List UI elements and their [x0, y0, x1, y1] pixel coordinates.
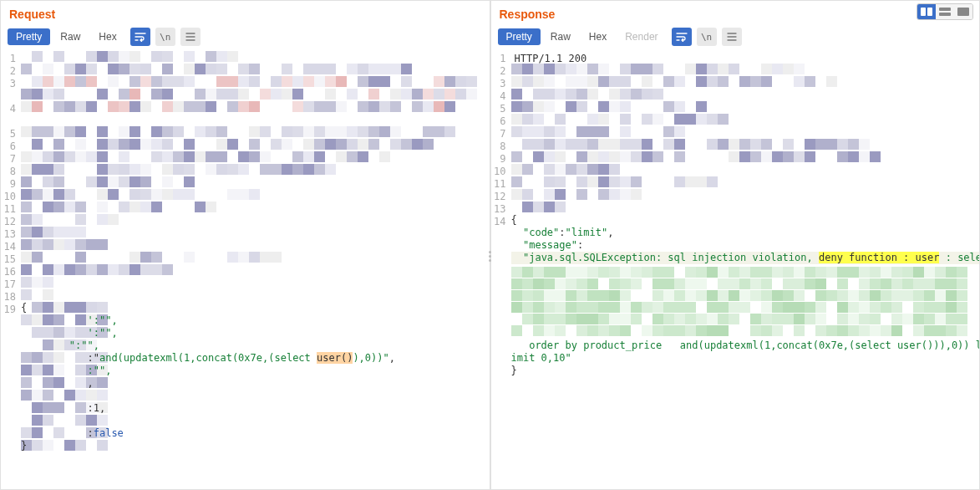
svg-rect-0: [921, 8, 926, 16]
request-gutter: 12345678910111213141516171819: [1, 51, 21, 489]
layout-view-modes: [917, 3, 973, 20]
request-panel: Request Pretty Raw Hex \n 12345678910111…: [0, 0, 490, 490]
resp-status-line: HTTP/1.1 200: [515, 53, 977, 65]
response-panel: Response Pretty Raw Hex Render \n 123456…: [490, 0, 981, 490]
wrap-toggle-resp[interactable]: [672, 28, 692, 46]
svg-rect-4: [957, 8, 969, 16]
tab-pretty-resp[interactable]: Pretty: [498, 28, 541, 45]
wrap-toggle-req[interactable]: [130, 28, 150, 46]
tab-hex-req[interactable]: Hex: [90, 28, 124, 45]
hamburger-req[interactable]: [180, 28, 201, 46]
response-toolbar: Pretty Raw Hex Render \n: [491, 24, 980, 51]
request-title: Request: [1, 1, 490, 24]
tab-raw-resp[interactable]: Raw: [542, 28, 579, 45]
request-code-area[interactable]: 12345678910111213141516171819 { ':"", ':…: [1, 51, 490, 489]
single-view-button[interactable]: [954, 4, 972, 19]
svg-rect-3: [939, 13, 951, 16]
tab-render-resp[interactable]: Render: [617, 28, 666, 45]
hamburger-resp[interactable]: [722, 28, 742, 46]
req-body-open: {: [21, 302, 395, 314]
newline-toggle-req[interactable]: \n: [155, 28, 175, 46]
tab-hex-resp[interactable]: Hex: [581, 28, 615, 45]
newline-toggle-resp[interactable]: \n: [697, 28, 717, 46]
tab-pretty-req[interactable]: Pretty: [8, 28, 50, 45]
tab-raw-req[interactable]: Raw: [52, 28, 89, 45]
panel-divider[interactable]: [489, 251, 491, 262]
response-code-area[interactable]: 1234567891011121314 HTTP/1.1 200 { "code…: [491, 51, 980, 489]
response-title: Response: [491, 1, 980, 24]
svg-rect-2: [939, 8, 951, 11]
response-gutter: 1234567891011121314: [491, 51, 511, 489]
split-view-button[interactable]: [917, 4, 936, 19]
stacked-view-button[interactable]: [936, 4, 954, 19]
svg-rect-1: [927, 8, 932, 16]
request-toolbar: Pretty Raw Hex \n: [1, 24, 490, 51]
